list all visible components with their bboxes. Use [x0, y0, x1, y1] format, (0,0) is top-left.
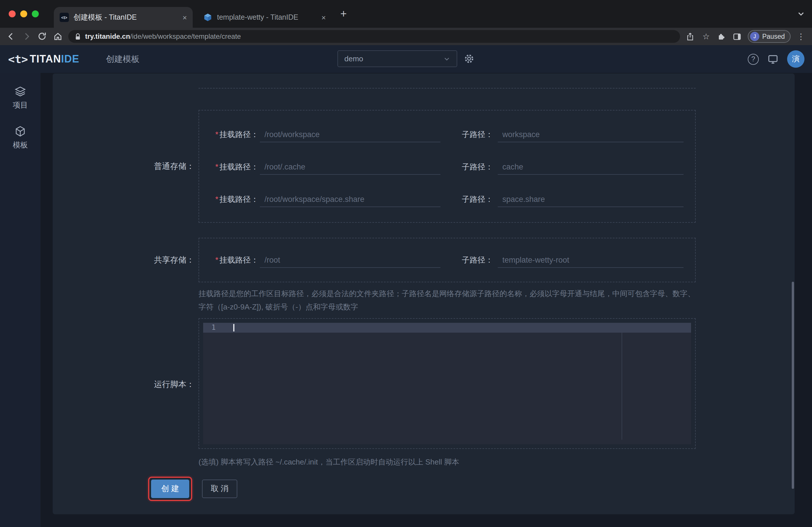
workspace-select[interactable]: demo — [337, 50, 457, 67]
mount-path-input[interactable] — [260, 253, 440, 268]
mount-path-input[interactable] — [260, 160, 440, 175]
sub-path-label: 子路径： — [462, 255, 498, 265]
app-header: <t> TITAN IDE 创建模板 demo ? 演 — [0, 45, 812, 73]
normal-storage-section-label: 普通存储： — [108, 161, 194, 172]
lock-icon — [75, 33, 81, 40]
path-help-text: 挂载路径是您的工作区目标路径，必须是合法的文件夹路径；子路径名是网络存储源子路径… — [199, 287, 700, 313]
sidebar-item-label: 项目 — [13, 100, 28, 111]
tab-title: 创建模板 - TitanIDE — [73, 12, 137, 22]
editor-current-line — [203, 323, 691, 333]
profile-chip[interactable]: J Paused — [748, 30, 791, 43]
titanide-logo[interactable]: <t> TITAN IDE — [8, 45, 79, 73]
tab-close-icon[interactable]: × — [183, 14, 187, 21]
layers-icon — [14, 86, 26, 97]
shared-storage-group: *挂载路径： 子路径： — [199, 238, 696, 282]
reload-icon[interactable] — [37, 31, 47, 42]
run-script-section-label: 运行脚本： — [108, 380, 194, 390]
chevron-down-icon — [443, 55, 450, 62]
storage-row: *挂载路径： 子路径： — [215, 119, 695, 151]
logo-ide: IDE — [61, 53, 79, 65]
page-title: 创建模板 — [106, 45, 140, 73]
home-icon[interactable] — [53, 31, 63, 42]
gear-icon[interactable] — [464, 53, 475, 64]
mount-path-label: *挂载路径： — [215, 162, 260, 172]
create-template-form-panel: 普通存储： *挂载路径： 子路径： *挂载路径： 子路径： *挂载路径： — [53, 73, 795, 514]
browser-tab-strip: <t> 创建模板 - TitanIDE × template-wetty - T… — [0, 0, 812, 28]
shared-storage-section-label: 共享存储： — [108, 255, 194, 265]
app-sidebar: 项目 模板 — [0, 73, 41, 527]
sidebar-item-label: 模板 — [13, 140, 28, 150]
sidebar-item-templates[interactable]: 模板 — [13, 126, 28, 150]
required-mark: * — [215, 195, 218, 204]
script-editor-container: 1 — [199, 318, 696, 449]
logo-bracket: <t> — [8, 53, 28, 65]
storage-row: *挂载路径： 子路径： — [215, 244, 695, 277]
mount-path-label: *挂载路径： — [215, 255, 260, 265]
cube-icon — [14, 126, 26, 137]
script-code-editor[interactable]: 1 — [203, 323, 691, 444]
new-tab-button[interactable]: + — [340, 8, 347, 20]
sub-path-label: 子路径： — [462, 194, 498, 205]
browser-window: <t> 创建模板 - TitanIDE × template-wetty - T… — [0, 0, 812, 527]
close-window-button[interactable] — [9, 11, 16, 17]
editor-guide-line — [622, 333, 622, 440]
sub-path-label: 子路径： — [462, 130, 498, 140]
cube-favicon-icon — [203, 13, 213, 22]
sub-path-input[interactable] — [498, 192, 683, 207]
profile-avatar: J — [750, 32, 759, 41]
create-button-highlight: 创 建 — [148, 477, 192, 501]
sub-path-label: 子路径： — [462, 162, 498, 172]
bookmark-star-icon[interactable]: ☆ — [701, 31, 711, 42]
mount-path-input[interactable] — [260, 192, 440, 207]
window-controls — [9, 11, 39, 17]
sub-path-input[interactable] — [498, 127, 683, 142]
main-area: 项目 模板 普通存储： *挂载路径： 子路径： — [0, 73, 812, 527]
console-icon[interactable] — [767, 54, 779, 64]
logo-titan: TITAN — [30, 53, 61, 65]
required-mark: * — [215, 130, 218, 139]
tab-template-wetty[interactable]: template-wetty - TitanIDE × — [197, 7, 332, 28]
back-icon[interactable] — [6, 31, 16, 42]
required-mark: * — [215, 163, 218, 171]
minimize-window-button[interactable] — [20, 11, 27, 17]
sub-path-input[interactable] — [498, 253, 683, 268]
mount-path-label: *挂载路径： — [215, 130, 260, 140]
tab-search-chevron-icon[interactable] — [797, 10, 805, 18]
zoom-window-button[interactable] — [32, 11, 39, 17]
form-actions: 创 建 取 消 — [148, 477, 237, 501]
browser-menu-icon[interactable]: ⋮ — [796, 31, 806, 42]
editor-line-number: 1 — [203, 323, 224, 333]
sub-path-input[interactable] — [498, 160, 683, 175]
mount-path-input[interactable] — [260, 127, 440, 142]
address-bar[interactable]: try.titanide.cn/ide/web/workspace/templa… — [68, 30, 680, 43]
url-path: /ide/web/workspace/template/create — [130, 32, 241, 41]
user-avatar[interactable]: 演 — [787, 50, 804, 68]
tab-create-template[interactable]: <t> 创建模板 - TitanIDE × — [54, 7, 193, 28]
workspace-selected-value: demo — [344, 54, 363, 63]
cancel-button[interactable]: 取 消 — [202, 480, 237, 498]
required-mark: * — [215, 256, 218, 264]
storage-row: *挂载路径： 子路径： — [215, 151, 695, 184]
mount-path-label: *挂载路径： — [215, 194, 260, 205]
browser-toolbar: try.titanide.cn/ide/web/workspace/templa… — [0, 28, 812, 45]
normal-storage-group: *挂载路径： 子路径： *挂载路径： 子路径： *挂载路径： 子路径： — [199, 110, 696, 223]
forward-icon[interactable] — [21, 31, 32, 42]
storage-row: *挂载路径： 子路径： — [215, 184, 695, 216]
sidebar-item-projects[interactable]: 项目 — [13, 86, 28, 111]
url-host: try.titanide.cn — [85, 32, 130, 41]
side-panel-icon[interactable] — [732, 31, 742, 42]
editor-caret — [233, 324, 234, 332]
share-icon[interactable] — [685, 31, 696, 42]
create-button[interactable]: 创 建 — [151, 480, 189, 498]
panel-scrollbar-thumb[interactable] — [792, 282, 794, 489]
tab-title: template-wetty - TitanIDE — [217, 13, 298, 21]
help-icon[interactable]: ? — [748, 54, 759, 64]
titanide-favicon-icon: <t> — [60, 13, 69, 22]
tab-close-icon[interactable]: × — [321, 14, 326, 21]
previous-section-edge — [199, 88, 696, 88]
profile-status: Paused — [762, 33, 785, 40]
script-help-text: (选填) 脚本将写入路径 ~/.cache/.init，当工作区启动时自动运行以… — [199, 455, 700, 469]
extensions-puzzle-icon[interactable] — [716, 31, 727, 42]
